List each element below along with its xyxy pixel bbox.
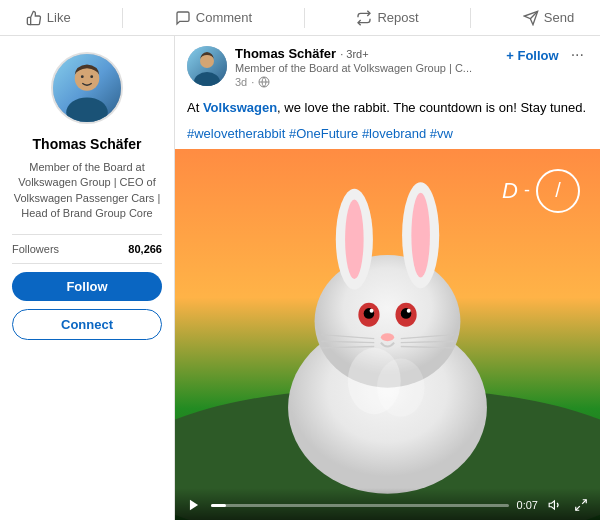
globe-icon: · [251, 76, 254, 88]
post-follow-link[interactable]: + Follow [506, 48, 558, 63]
post-author-name: Thomas Schäfer [235, 46, 336, 61]
post-header-actions: + Follow ··· [506, 46, 588, 64]
countdown-slash: / [555, 179, 561, 202]
comment-button[interactable]: Comment [175, 10, 252, 26]
progress-bar[interactable] [211, 504, 509, 507]
post-body: At Volkswagen, we love the rabbit. The c… [175, 94, 600, 124]
fullscreen-button[interactable] [572, 496, 590, 514]
fullscreen-icon [574, 498, 588, 512]
more-options-button[interactable]: ··· [567, 46, 588, 64]
post-body-prefix: At [187, 100, 203, 115]
post-time-row: 3d · [235, 76, 498, 88]
profile-sidebar: Thomas Schäfer Member of the Board at Vo… [0, 36, 175, 520]
avatar-image [53, 54, 121, 122]
follow-button[interactable]: Follow [12, 272, 162, 301]
post-subtitle: Member of the Board at Volkswagen Group … [235, 61, 498, 75]
svg-marker-35 [190, 500, 198, 511]
countdown-dash: - [524, 180, 530, 201]
send-icon [523, 10, 539, 26]
post-hashtags[interactable]: #welovetherabbit #OneFuture #lovebrand #… [175, 124, 600, 149]
video-controls: 0:07 [175, 488, 600, 520]
post-name-row: Thomas Schäfer · 3rd+ [235, 46, 498, 61]
svg-point-25 [407, 309, 411, 313]
svg-point-17 [345, 199, 364, 279]
repost-button[interactable]: Repost [356, 10, 418, 26]
svg-point-6 [90, 75, 93, 78]
countdown-overlay: D - / [502, 169, 580, 213]
post-author-avatar [187, 46, 227, 86]
svg-point-5 [81, 75, 84, 78]
play-button[interactable] [185, 496, 203, 514]
svg-point-19 [411, 193, 430, 278]
svg-line-37 [582, 500, 586, 504]
like-button[interactable]: Like [26, 10, 71, 26]
send-button[interactable]: Send [523, 10, 574, 26]
video-time: 0:07 [517, 499, 538, 511]
video-player[interactable]: D - / 0:07 [175, 149, 600, 520]
post-meta: Thomas Schäfer · 3rd+ Member of the Boar… [235, 46, 498, 88]
progress-fill [211, 504, 226, 507]
repost-icon [356, 10, 372, 26]
comment-icon [175, 10, 191, 26]
countdown-circle: / [536, 169, 580, 213]
svg-point-34 [377, 358, 425, 416]
action-bar: Like Comment Repost Send [0, 0, 600, 36]
followers-count: 80,266 [128, 243, 162, 255]
divider [122, 8, 123, 28]
divider [470, 8, 471, 28]
connect-button[interactable]: Connect [12, 309, 162, 340]
post-degree: · 3rd+ [340, 48, 368, 60]
avatar [51, 52, 123, 124]
svg-line-38 [576, 506, 580, 510]
post-header: Thomas Schäfer · 3rd+ Member of the Boar… [175, 36, 600, 94]
followers-label: Followers [12, 243, 59, 255]
globe-icon [258, 76, 270, 88]
svg-marker-36 [549, 501, 554, 509]
svg-point-24 [370, 309, 374, 313]
profile-title: Member of the Board at Volkswagen Group … [12, 160, 162, 222]
main-layout: Thomas Schäfer Member of the Board at Vo… [0, 36, 600, 520]
volume-icon [548, 498, 562, 512]
like-icon [26, 10, 42, 26]
divider [304, 8, 305, 28]
svg-point-26 [381, 333, 394, 341]
play-icon [187, 498, 201, 512]
post-vw-link[interactable]: Volkswagen [203, 100, 277, 115]
countdown-d-label: D [502, 178, 518, 204]
post-body-suffix: , we love the rabbit. The countdown is o… [277, 100, 586, 115]
volume-button[interactable] [546, 496, 564, 514]
post-time: 3d [235, 76, 247, 88]
post-area: Thomas Schäfer · 3rd+ Member of the Boar… [175, 36, 600, 520]
profile-name: Thomas Schäfer [33, 136, 142, 152]
followers-row: Followers 80,266 [12, 234, 162, 264]
post-avatar-image [187, 46, 227, 86]
